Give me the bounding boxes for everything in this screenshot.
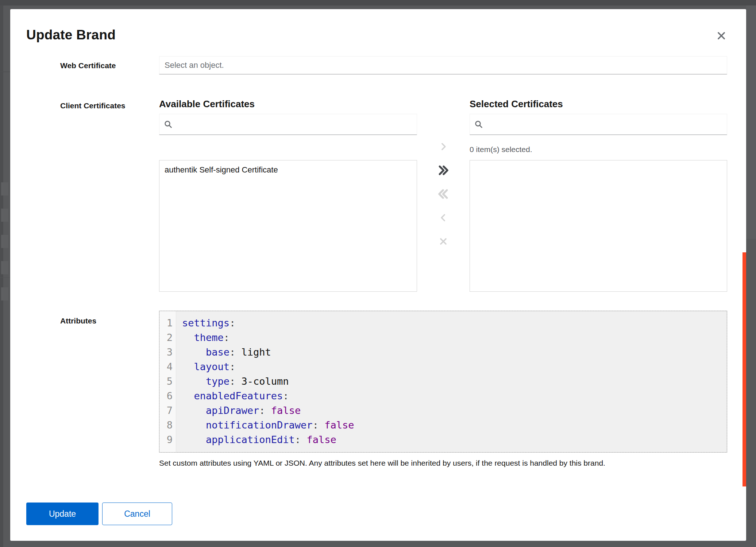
move-selected-left-button <box>435 210 451 226</box>
backdrop-remnant <box>1 287 8 300</box>
code-editor-gutter: 123456789 <box>159 311 176 452</box>
available-certificates-list[interactable]: authentik Self-signed Certificate <box>159 160 417 292</box>
selected-search-input[interactable] <box>487 114 722 135</box>
backdrop-remnant <box>1 261 8 274</box>
move-all-right-button[interactable] <box>435 162 451 178</box>
line-number: 9 <box>159 432 176 447</box>
line-number: 8 <box>159 418 176 432</box>
line-number: 3 <box>159 345 176 360</box>
code-line: theme: <box>182 330 727 345</box>
line-number: 4 <box>159 360 176 374</box>
backdrop-remnant <box>1 235 8 248</box>
line-number: 1 <box>159 316 176 330</box>
selected-search <box>470 114 727 135</box>
angle-double-left-icon <box>437 188 450 200</box>
search-icon <box>474 120 483 129</box>
close-icon <box>716 31 726 41</box>
selected-certificates-heading: Selected Certificates <box>470 98 563 110</box>
selected-count-status: 0 item(s) selected. <box>470 145 532 154</box>
available-certificates-heading: Available Certificates <box>159 98 255 110</box>
code-line: layout: <box>182 360 727 374</box>
cancel-button[interactable]: Cancel <box>102 503 172 525</box>
code-editor-content[interactable]: settings: theme: base: light layout: typ… <box>176 311 727 452</box>
available-search-input[interactable] <box>176 114 412 135</box>
line-number: 5 <box>159 374 176 389</box>
code-line: base: light <box>182 345 727 360</box>
modal-scrollbar-thumb[interactable] <box>742 252 746 486</box>
line-number: 2 <box>159 330 176 345</box>
modal-title: Update Brand <box>26 27 116 43</box>
search-icon <box>164 120 173 129</box>
line-number: 6 <box>159 389 176 403</box>
backdrop-left-column <box>0 5 3 547</box>
backdrop-remnant <box>1 209 8 222</box>
angle-left-icon <box>439 213 448 222</box>
attributes-code-editor[interactable]: 123456789 settings: theme: base: light l… <box>159 311 727 453</box>
selected-certificates-list[interactable] <box>470 160 727 292</box>
page-background: Update Brand Web Certificate Client Cert… <box>0 0 756 547</box>
backdrop-top-band <box>0 0 756 5</box>
clear-selection-button <box>435 233 451 249</box>
update-button[interactable]: Update <box>26 503 99 525</box>
line-number: 7 <box>159 403 176 418</box>
code-line: apiDrawer: false <box>182 403 727 418</box>
backdrop-right-band <box>746 5 756 239</box>
available-search <box>159 114 417 135</box>
code-line: enabledFeatures: <box>182 389 727 403</box>
angle-right-icon <box>439 142 448 151</box>
attributes-help-text: Set custom attributes using YAML or JSON… <box>159 459 728 468</box>
update-brand-modal: Update Brand Web Certificate Client Cert… <box>10 9 746 541</box>
angle-double-right-icon <box>437 164 450 176</box>
attributes-label: Attributes <box>60 317 155 325</box>
move-selected-right-button <box>435 139 451 155</box>
backdrop-remnant <box>1 182 8 195</box>
close-button[interactable] <box>711 25 732 46</box>
code-line: applicationEdit: false <box>182 432 727 447</box>
code-line: settings: <box>182 316 727 330</box>
web-certificate-label: Web Certificate <box>60 61 155 70</box>
times-icon <box>438 236 448 247</box>
client-certificates-label: Client Certificates <box>60 101 155 110</box>
move-all-left-button <box>435 186 451 202</box>
code-line: notificationDrawer: false <box>182 418 727 432</box>
code-line: type: 3-column <box>182 374 727 389</box>
web-certificate-input[interactable] <box>159 56 727 74</box>
backdrop-divider <box>0 277 10 278</box>
backdrop-divider <box>0 71 10 72</box>
list-item[interactable]: authentik Self-signed Certificate <box>159 160 417 179</box>
